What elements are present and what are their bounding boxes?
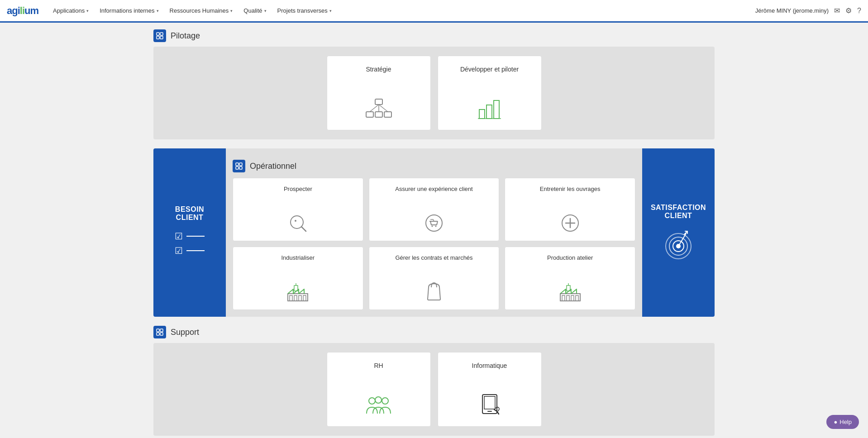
- network-icon: [365, 98, 392, 121]
- svg-point-51: [382, 398, 388, 404]
- card-industrialiser[interactable]: Industrialiser: [233, 247, 363, 310]
- svg-rect-12: [486, 105, 492, 119]
- operationnel-title: Opérationnel: [250, 162, 296, 171]
- svg-line-7: [370, 105, 379, 112]
- nav-qualite[interactable]: Qualité ▾: [238, 0, 272, 23]
- svg-rect-17: [236, 167, 238, 169]
- svg-rect-36: [562, 295, 565, 301]
- help-button[interactable]: ● Help: [826, 415, 859, 429]
- card-entretenir-title: Entretenir les ouvrages: [540, 185, 601, 193]
- bag-icon: [423, 279, 445, 303]
- svg-line-8: [379, 105, 388, 112]
- svg-rect-47: [160, 329, 163, 332]
- card-production-atelier[interactable]: Production atelier: [505, 247, 635, 310]
- svg-rect-10: [375, 112, 382, 117]
- card-entretenir-ouvrages[interactable]: Entretenir les ouvrages: [505, 178, 635, 241]
- pilotage-icon: [153, 29, 166, 42]
- card-contrats-marches[interactable]: Gérer les contrats et marchés: [369, 247, 500, 310]
- svg-rect-18: [239, 167, 242, 169]
- svg-rect-32: [299, 295, 301, 301]
- plus-circle-icon: [559, 212, 581, 234]
- support-cards: RH: [162, 352, 706, 427]
- card-industrialiser-title: Industrialiser: [281, 254, 315, 262]
- svg-rect-16: [239, 163, 242, 166]
- svg-point-50: [369, 398, 375, 404]
- svg-rect-0: [157, 33, 159, 35]
- svg-rect-29: [288, 294, 308, 301]
- svg-rect-5: [366, 112, 373, 117]
- operationnel-grid: Prospecter Assurer une expérience client: [233, 178, 635, 310]
- gear-icon[interactable]: ⚙: [845, 6, 852, 15]
- svg-rect-1: [160, 33, 163, 35]
- svg-point-52: [375, 397, 382, 403]
- nav-applications[interactable]: Applications ▾: [48, 0, 94, 23]
- operationnel-center: Opérationnel Prospecter As: [226, 148, 642, 317]
- svg-rect-15: [236, 163, 238, 166]
- satisfaction-client-title: SATISFACTION CLIENT: [649, 204, 708, 220]
- chevron-down-icon: ▾: [86, 9, 89, 13]
- brand-logo[interactable]: agilium: [7, 5, 38, 17]
- svg-point-21: [295, 220, 296, 222]
- card-strategie[interactable]: Stratégie: [327, 56, 431, 130]
- nav-items: Applications ▾ Informations internes ▾ R…: [48, 0, 755, 21]
- operationnel-icon: [233, 160, 245, 172]
- svg-rect-46: [157, 329, 159, 332]
- chevron-down-icon: ▾: [157, 9, 159, 13]
- card-prospecter[interactable]: Prospecter: [233, 178, 363, 241]
- navbar-right: Jérôme MINY (jerome.miny) ✉ ⚙ ?: [755, 6, 861, 15]
- card-developper-piloter[interactable]: Développer et piloter: [438, 56, 542, 130]
- card-production-title: Production atelier: [547, 254, 593, 262]
- svg-rect-13: [494, 100, 499, 119]
- section-operationnel: BESOIN CLIENT ☑ ☑: [153, 148, 715, 317]
- barchart-icon: [477, 98, 502, 121]
- help-icon[interactable]: ?: [857, 7, 861, 15]
- user-display: Jérôme MINY (jerome.miny): [755, 7, 829, 14]
- svg-rect-54: [484, 396, 495, 409]
- svg-rect-38: [571, 295, 574, 301]
- support-title: Support: [171, 328, 199, 337]
- svg-rect-49: [160, 333, 163, 335]
- people-icon: [364, 395, 393, 417]
- svg-rect-2: [157, 36, 159, 39]
- card-rh[interactable]: RH: [327, 352, 431, 427]
- svg-rect-11: [479, 110, 485, 119]
- satisfaction-client-panel[interactable]: SATISFACTION CLIENT: [642, 148, 715, 317]
- svg-rect-53: [482, 395, 497, 414]
- chevron-down-icon: ▾: [329, 9, 332, 13]
- svg-rect-33: [303, 295, 306, 301]
- navbar: agilium Applications ▾ Informations inte…: [0, 0, 868, 23]
- pilotage-header: Pilotage: [153, 29, 715, 42]
- card-informatique[interactable]: Informatique: [438, 352, 542, 427]
- support-header: Support: [153, 326, 715, 338]
- pilotage-body: Stratégie: [153, 47, 715, 139]
- pilotage-title: Pilotage: [171, 31, 200, 41]
- factory2-icon: [558, 281, 582, 303]
- svg-rect-31: [294, 295, 297, 301]
- card-developper-title: Développer et piloter: [460, 65, 519, 74]
- nav-informations-internes[interactable]: Informations internes ▾: [94, 0, 164, 23]
- card-strategie-title: Stratégie: [366, 65, 391, 74]
- mail-icon[interactable]: ✉: [834, 6, 840, 15]
- svg-rect-6: [384, 112, 391, 117]
- nav-projets-transverses[interactable]: Projets transverses ▾: [272, 0, 337, 23]
- svg-point-24: [431, 226, 433, 227]
- support-body: RH: [153, 343, 715, 436]
- main-content: Pilotage Stratégie: [117, 23, 751, 438]
- svg-point-25: [435, 226, 436, 227]
- cart-icon: [423, 212, 445, 234]
- card-experience-client[interactable]: Assurer une expérience client: [369, 178, 500, 241]
- card-experience-title: Assurer une expérience client: [395, 185, 472, 193]
- nav-ressources-humaines[interactable]: Ressources Humaines ▾: [164, 0, 238, 23]
- card-informatique-title: Informatique: [472, 362, 507, 371]
- chevron-down-icon: ▾: [264, 9, 267, 13]
- svg-rect-35: [560, 294, 580, 301]
- besoin-client-panel[interactable]: BESOIN CLIENT ☑ ☑: [153, 148, 226, 317]
- section-pilotage: Pilotage Stratégie: [153, 29, 715, 139]
- besoin-client-title: BESOIN CLIENT: [160, 205, 219, 222]
- svg-rect-30: [290, 295, 292, 301]
- section-support: Support RH: [153, 326, 715, 436]
- card-contrats-title: Gérer les contrats et marchés: [395, 254, 472, 262]
- svg-line-20: [301, 227, 306, 231]
- pilotage-cards: Stratégie: [162, 56, 706, 130]
- svg-point-22: [426, 215, 442, 231]
